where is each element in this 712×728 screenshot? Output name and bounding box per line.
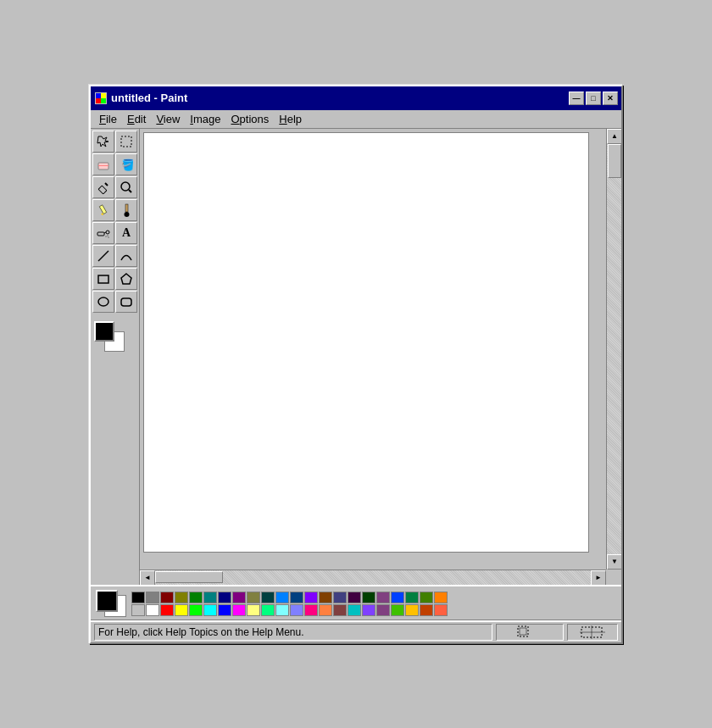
color-swatch[interactable] xyxy=(319,604,332,616)
color-swatch[interactable] xyxy=(146,604,159,616)
color-swatch[interactable] xyxy=(391,592,404,603)
color-swatch[interactable] xyxy=(376,604,390,616)
color-swatch[interactable] xyxy=(405,592,419,603)
svg-rect-18 xyxy=(97,232,104,236)
airbrush-tool[interactable] xyxy=(92,222,114,244)
scroll-left-button[interactable]: ◄ xyxy=(140,570,155,585)
paint-window: untitled - Paint — □ ✕ File Edit View Im… xyxy=(89,85,623,644)
color-swatch[interactable] xyxy=(146,592,159,603)
scroll-thumb-h[interactable] xyxy=(155,571,223,583)
color-swatch[interactable] xyxy=(160,592,174,603)
magnifier-tool[interactable] xyxy=(115,176,137,198)
color-swatch[interactable] xyxy=(362,592,375,603)
fill-tool[interactable]: 🪣 xyxy=(115,153,137,175)
color-swatch[interactable] xyxy=(275,604,289,616)
color-swatch[interactable] xyxy=(304,592,318,603)
h-scroll-row: ◄ ► xyxy=(140,570,621,585)
color-swatch[interactable] xyxy=(434,592,448,603)
color-swatch[interactable] xyxy=(232,604,246,616)
color-swatch[interactable] xyxy=(261,592,275,603)
color-swatch[interactable] xyxy=(175,604,188,616)
color-swatch[interactable] xyxy=(275,592,289,603)
svg-rect-8 xyxy=(98,165,108,166)
ellipse-tool[interactable] xyxy=(92,291,114,313)
menu-image[interactable]: Image xyxy=(185,111,225,127)
color-swatch[interactable] xyxy=(218,604,231,616)
rounded-rect-tool[interactable] xyxy=(115,291,137,313)
scroll-track-h[interactable] xyxy=(155,570,591,585)
color-swatch[interactable] xyxy=(405,604,419,616)
color-swatch[interactable] xyxy=(348,592,361,603)
menu-edit[interactable]: Edit xyxy=(122,111,151,127)
color-swatch[interactable] xyxy=(290,604,303,616)
current-color-display xyxy=(94,588,128,619)
svg-rect-11 xyxy=(98,186,107,194)
svg-rect-25 xyxy=(98,275,108,283)
maximize-button[interactable]: □ xyxy=(586,92,601,105)
color-swatch[interactable] xyxy=(203,604,217,616)
svg-marker-26 xyxy=(121,274,131,284)
color-swatch[interactable] xyxy=(160,604,174,616)
color-swatch[interactable] xyxy=(319,592,332,603)
color-swatch[interactable] xyxy=(290,592,303,603)
color-swatch[interactable] xyxy=(131,592,145,603)
svg-rect-14 xyxy=(99,204,106,214)
svg-rect-3 xyxy=(96,93,101,98)
color-swatch[interactable] xyxy=(434,604,448,616)
app-icon xyxy=(94,92,108,105)
color-swatch[interactable] xyxy=(247,604,260,616)
polygon-tool[interactable] xyxy=(115,268,137,290)
rect-select-tool[interactable] xyxy=(115,131,137,153)
scroll-down-button[interactable]: ▼ xyxy=(607,554,621,570)
svg-marker-5 xyxy=(97,136,108,147)
color-swatch[interactable] xyxy=(189,604,203,616)
color-swatch[interactable] xyxy=(362,604,375,616)
svg-rect-2 xyxy=(101,98,106,103)
eyedropper-tool[interactable] xyxy=(92,176,114,198)
line-tool[interactable] xyxy=(92,245,114,267)
menu-file[interactable]: File xyxy=(94,111,122,127)
color-swatch[interactable] xyxy=(304,604,318,616)
curve-tool[interactable] xyxy=(115,245,137,267)
canvas-area: ▲ ▼ ◄ ► xyxy=(140,129,621,585)
color-swatch[interactable] xyxy=(218,592,231,603)
close-button[interactable]: ✕ xyxy=(603,92,618,105)
color-swatch[interactable] xyxy=(261,604,275,616)
text-tool[interactable]: A xyxy=(115,222,137,244)
menu-help[interactable]: Help xyxy=(274,111,307,127)
menu-view[interactable]: View xyxy=(151,111,185,127)
color-swatch[interactable] xyxy=(232,592,246,603)
color-swatch[interactable] xyxy=(131,604,145,616)
menu-options[interactable]: Options xyxy=(225,111,274,127)
color-swatch[interactable] xyxy=(420,592,433,603)
pencil-tool[interactable] xyxy=(92,199,114,221)
color-swatch[interactable] xyxy=(333,604,347,616)
scroll-right-button[interactable]: ► xyxy=(591,570,606,585)
scroll-up-button[interactable]: ▲ xyxy=(607,129,621,144)
color-swatch[interactable] xyxy=(376,592,390,603)
color-swatch[interactable] xyxy=(420,604,433,616)
minimize-button[interactable]: — xyxy=(569,92,584,105)
svg-rect-4 xyxy=(101,93,106,98)
color-swatch[interactable] xyxy=(333,592,347,603)
foreground-color-swatch[interactable] xyxy=(96,590,118,612)
color-swatch[interactable] xyxy=(175,592,188,603)
scroll-track-v[interactable] xyxy=(607,144,621,554)
color-swatch[interactable] xyxy=(348,604,361,616)
svg-rect-6 xyxy=(121,136,131,147)
vertical-scrollbar: ▲ ▼ xyxy=(606,129,621,570)
color-swatch[interactable] xyxy=(391,604,404,616)
free-select-tool[interactable] xyxy=(92,131,114,153)
scroll-thumb-v[interactable] xyxy=(608,144,621,178)
color-swatch[interactable] xyxy=(203,592,217,603)
eraser-tool[interactable] xyxy=(92,153,114,175)
drawing-canvas[interactable] xyxy=(143,132,589,553)
main-area: 🪣 xyxy=(91,129,621,585)
color-swatch[interactable] xyxy=(189,592,203,603)
color-swatch[interactable] xyxy=(247,592,260,603)
svg-point-27 xyxy=(98,297,108,306)
tool-fg-color[interactable] xyxy=(94,321,114,342)
rectangle-tool[interactable] xyxy=(92,268,114,290)
brush-tool[interactable] xyxy=(115,199,137,221)
svg-point-21 xyxy=(106,236,107,236)
